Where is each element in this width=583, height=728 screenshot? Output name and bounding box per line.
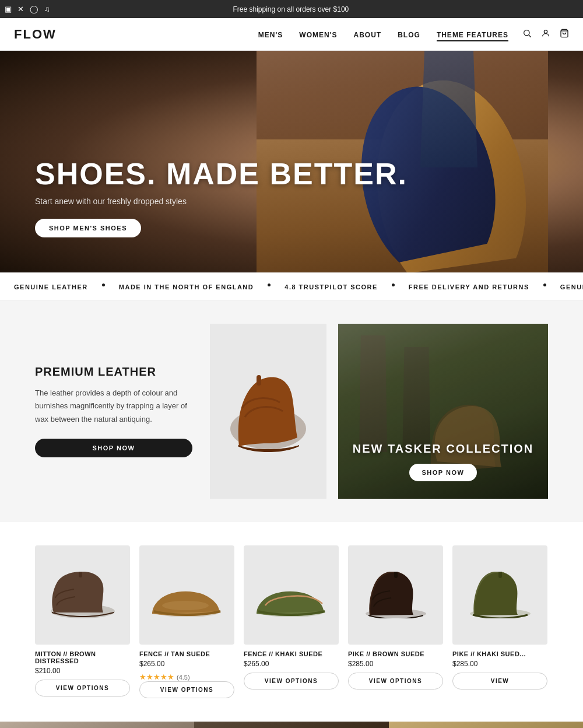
product-image-3 (348, 545, 443, 645)
product-name-0: MITTON // BROWN DISTRESSED (35, 650, 130, 664)
star-1-1: ★ (139, 673, 146, 681)
feature-text-block: PREMIUM LEATHER The leather provides a d… (35, 324, 210, 499)
product-card-0: MITTON // BROWN DISTRESSED $210.00 VIEW … (35, 545, 130, 698)
category-women[interactable]: WOMEN'S (0, 722, 194, 728)
product-name-3: PIKE // BROWN SUEDE (348, 650, 443, 657)
product-view-options-3[interactable]: VIEW OPTIONS (348, 673, 443, 690)
main-nav: MEN'S WOMEN'S ABOUT BLOG THEME FEATURES (258, 29, 522, 40)
feature-title: PREMIUM LEATHER (35, 365, 192, 379)
star-1-2: ★ (146, 673, 153, 681)
product-name-2: FENCE // KHAKI SUEDE (244, 650, 339, 657)
product-shoe-svg-4 (462, 572, 538, 618)
hero-subtitle: Start anew with our freshly dropped styl… (35, 197, 408, 206)
product-image-4 (452, 545, 547, 645)
ticker-bar: GENUINE LEATHER MADE IN THE NORTH OF ENG… (0, 272, 583, 300)
feature-shoe-image (210, 324, 326, 499)
ticker-content: GENUINE LEATHER MADE IN THE NORTH OF ENG… (0, 284, 583, 290)
cart-icon[interactable] (560, 29, 569, 40)
product-card-4: PIKE // KHAKI SUED... $285.00 VIEW (452, 545, 547, 698)
nav-item-womens[interactable]: WOMEN'S (299, 29, 337, 40)
svg-rect-5 (257, 375, 261, 386)
product-price-2: $265.00 (244, 660, 339, 668)
feature-shoe-svg (222, 370, 315, 452)
category-accessories[interactable]: ACCESSORIES (389, 722, 583, 728)
hero-cta-button[interactable]: SHOP MEN'S SHOES (35, 219, 141, 237)
hero-title: SHOES. MADE BETTER. (35, 158, 408, 191)
svg-point-0 (524, 30, 529, 35)
product-price-1: $265.00 (139, 660, 234, 668)
collection-content: NEW TASKER COLLECTION SHOP NOW (341, 442, 546, 499)
svg-line-1 (529, 35, 531, 37)
feature-section: PREMIUM LEATHER The leather provides a d… (0, 300, 583, 522)
product-image-0 (35, 545, 130, 645)
svg-point-2 (544, 30, 547, 33)
product-section: MITTON // BROWN DISTRESSED $210.00 VIEW … (0, 522, 583, 722)
ticker-item-3: FREE DELIVERY AND RETURNS (395, 284, 543, 290)
account-icon[interactable] (541, 29, 550, 40)
star-1-5: ★ (167, 673, 174, 681)
product-price-4: $285.00 (452, 660, 547, 668)
site-header: FLOW MEN'S WOMEN'S ABOUT BLOG THEME FEAT… (0, 18, 583, 51)
ticker-item-1: MADE IN THE NORTH OF ENGLAND (105, 284, 268, 290)
product-image-2 (244, 545, 339, 645)
collection-shop-now-button[interactable]: SHOP NOW (409, 464, 477, 481)
product-image-1 (139, 545, 234, 645)
nav-item-theme-features[interactable]: THEME FEATURES (437, 29, 508, 40)
ticker-item-0: GENUINE LEATHER (0, 284, 102, 290)
product-rating-count-1: (4.5) (177, 674, 190, 681)
nav-item-about[interactable]: ABOUT (354, 29, 382, 40)
nav-item-mens[interactable]: MEN'S (258, 29, 283, 40)
feature-description: The leather provides a depth of colour a… (35, 387, 192, 425)
product-stars-1: ★ ★ ★ ★ ★ (4.5) (139, 673, 234, 681)
product-price-0: $210.00 (35, 667, 130, 675)
announcement-text: Free shipping on all orders over $100 (50, 5, 532, 13)
product-view-options-1[interactable]: VIEW OPTIONS (139, 681, 234, 698)
product-shoe-svg-0 (45, 572, 121, 618)
product-shoe-svg-2 (254, 572, 329, 618)
product-card-1: FENCE // TAN SUEDE $265.00 ★ ★ ★ ★ ★ (4.… (139, 545, 234, 698)
star-1-3: ★ (153, 673, 160, 681)
search-icon[interactable] (522, 29, 532, 40)
hero-content: SHOES. MADE BETTER. Start anew with our … (0, 158, 442, 272)
star-1-4: ★ (160, 673, 167, 681)
product-shoe-svg-3 (358, 572, 434, 618)
feature-shop-now-button[interactable]: SHOP NOW (35, 439, 192, 457)
tiktok-icon[interactable]: ♫ (44, 5, 50, 13)
product-shoe-svg-1 (149, 572, 225, 618)
category-section: WOMEN'S MEN'S ACCESSORIES (0, 722, 583, 728)
svg-point-9 (162, 601, 209, 610)
announcement-bar: ▣ ✕ ◯ ♫ Free shipping on all orders over… (0, 0, 583, 18)
product-view-options-4[interactable]: VIEW (452, 673, 547, 690)
collection-block: NEW TASKER COLLECTION SHOP NOW (338, 324, 548, 499)
instagram-icon[interactable]: ◯ (30, 5, 38, 13)
header-icons (522, 29, 569, 40)
product-view-options-0[interactable]: VIEW OPTIONS (35, 680, 130, 696)
svg-rect-14 (498, 572, 502, 578)
nav-item-blog[interactable]: BLOG (398, 29, 420, 40)
ticker-item-2: 4.8 TRUSTPILOT SCORE (271, 284, 392, 290)
hero-section: SHOES. MADE BETTER. Start anew with our … (0, 51, 583, 272)
product-name-1: FENCE // TAN SUEDE (139, 650, 234, 657)
product-view-options-2[interactable]: VIEW OPTIONS (244, 673, 339, 690)
product-price-3: $285.00 (348, 660, 443, 668)
svg-rect-12 (394, 572, 398, 578)
social-icons-left: ▣ ✕ ◯ ♫ (5, 5, 50, 13)
pinterest-icon[interactable]: ▣ (5, 5, 12, 13)
ticker-item-4: GENUINE LEATHER (546, 284, 583, 290)
collection-title: NEW TASKER COLLECTION (353, 442, 534, 456)
product-card-3: PIKE // BROWN SUEDE $285.00 VIEW OPTIONS (348, 545, 443, 698)
product-card-2: FENCE // KHAKI SUEDE $265.00 VIEW OPTION… (244, 545, 339, 698)
product-name-4: PIKE // KHAKI SUED... (452, 650, 547, 657)
site-logo[interactable]: FLOW (14, 27, 57, 42)
svg-rect-7 (79, 572, 82, 578)
category-men[interactable]: MEN'S (194, 722, 388, 728)
twitter-x-icon[interactable]: ✕ (17, 5, 24, 13)
product-grid: MITTON // BROWN DISTRESSED $210.00 VIEW … (35, 545, 548, 698)
